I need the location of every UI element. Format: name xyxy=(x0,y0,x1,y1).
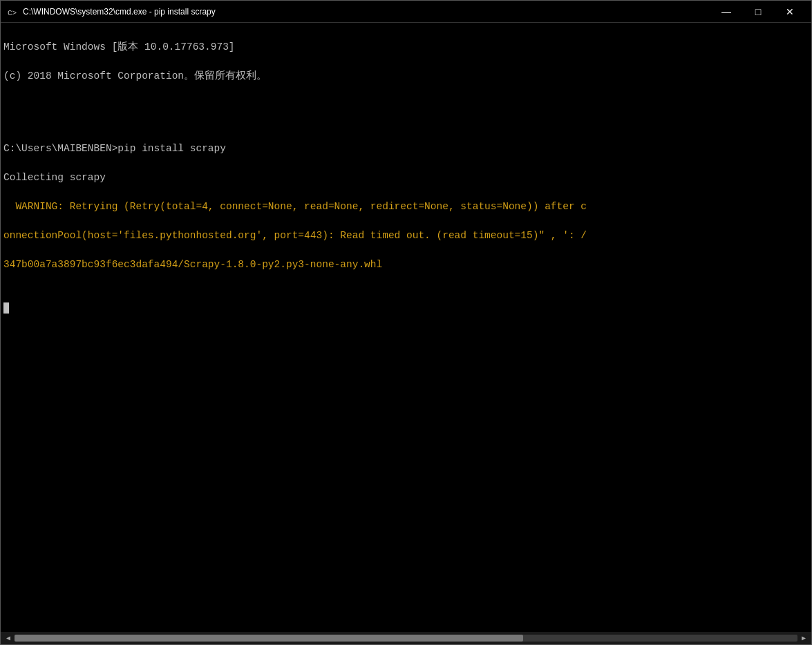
title-bar-controls: — □ ✕ xyxy=(710,1,806,23)
terminal-content: Microsoft Windows [版本 10.0.17763.973] (c… xyxy=(3,26,809,330)
scrollbar-track[interactable] xyxy=(15,635,797,642)
terminal-line-2: (c) 2018 Microsoft Corporation。保留所有权利。 xyxy=(3,70,267,81)
close-button[interactable]: ✕ xyxy=(774,1,806,23)
terminal-line-1: Microsoft Windows [版本 10.0.17763.973] xyxy=(3,41,235,52)
cmd-icon: C> xyxy=(6,6,19,18)
scrollbar-thumb[interactable] xyxy=(15,635,523,642)
svg-text:C>: C> xyxy=(8,9,17,17)
scroll-right-button[interactable]: ▶ xyxy=(797,632,810,644)
title-bar-text: C:\WINDOWS\system32\cmd.exe - pip instal… xyxy=(23,7,710,17)
terminal-cursor xyxy=(3,302,9,314)
minimize-button[interactable]: — xyxy=(710,1,742,23)
scroll-left-button[interactable]: ◀ xyxy=(2,632,15,644)
terminal-line-5: Collecting scrapy xyxy=(3,172,106,183)
terminal-warning-1: WARNING: Retrying (Retry(total=4, connec… xyxy=(3,201,587,212)
terminal-warning-2: onnectionPool(host='files.pythonhosted.o… xyxy=(3,230,587,241)
cmd-window: C> C:\WINDOWS\system32\cmd.exe - pip ins… xyxy=(0,0,812,645)
terminal-line-4: C:\Users\MAIBENBEN>pip install scrapy xyxy=(3,143,226,154)
maximize-button[interactable]: □ xyxy=(742,1,774,23)
horizontal-scrollbar[interactable]: ◀ ▶ xyxy=(1,632,811,644)
title-bar: C> C:\WINDOWS\system32\cmd.exe - pip ins… xyxy=(1,1,811,23)
terminal-warning-3: 347b00a7a3897bc93f6ec3dafa494/Scrapy-1.8… xyxy=(3,259,382,270)
terminal-body[interactable]: Microsoft Windows [版本 10.0.17763.973] (c… xyxy=(1,23,811,632)
